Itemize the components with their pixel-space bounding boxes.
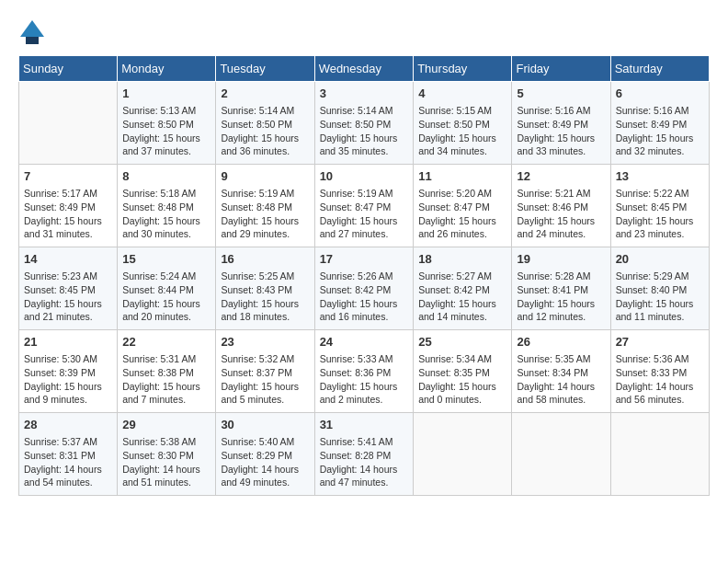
day-info: Sunrise: 5:23 AM bbox=[24, 270, 112, 283]
day-number: 1 bbox=[122, 86, 210, 102]
day-info: Sunrise: 5:36 AM bbox=[616, 352, 704, 366]
day-info: Sunrise: 5:15 AM bbox=[418, 104, 506, 118]
day-info: Sunset: 8:38 PM bbox=[122, 366, 210, 380]
column-header-saturday: Saturday bbox=[610, 56, 709, 82]
day-info: Daylight: 15 hours and 37 minutes. bbox=[122, 132, 210, 158]
day-info: Sunset: 8:45 PM bbox=[24, 283, 112, 297]
day-number: 24 bbox=[320, 334, 409, 350]
page-header bbox=[18, 18, 710, 46]
day-number: 16 bbox=[221, 251, 309, 268]
day-cell: 28Sunrise: 5:37 AMSunset: 8:31 PMDayligh… bbox=[19, 413, 118, 496]
column-header-wednesday: Wednesday bbox=[314, 56, 414, 82]
week-row-2: 7Sunrise: 5:17 AMSunset: 8:49 PMDaylight… bbox=[19, 165, 710, 247]
day-cell: 9Sunrise: 5:19 AMSunset: 8:48 PMDaylight… bbox=[216, 165, 314, 247]
day-info: Daylight: 15 hours and 12 minutes. bbox=[517, 297, 605, 324]
day-number: 23 bbox=[221, 334, 309, 350]
day-info: Sunrise: 5:14 AM bbox=[320, 104, 409, 118]
day-info: Sunset: 8:41 PM bbox=[517, 283, 605, 297]
day-info: Daylight: 15 hours and 32 minutes. bbox=[616, 132, 704, 158]
day-info: Sunrise: 5:32 AM bbox=[221, 352, 309, 366]
day-number: 13 bbox=[616, 168, 704, 185]
day-cell: 19Sunrise: 5:28 AMSunset: 8:41 PMDayligh… bbox=[512, 247, 610, 330]
day-info: Sunrise: 5:37 AM bbox=[24, 435, 112, 449]
day-info: Sunrise: 5:41 AM bbox=[320, 435, 409, 449]
day-number: 30 bbox=[221, 417, 309, 433]
day-number: 5 bbox=[517, 86, 605, 102]
day-number: 31 bbox=[320, 417, 409, 433]
day-info: Sunrise: 5:21 AM bbox=[517, 187, 605, 201]
day-info: Daylight: 14 hours and 49 minutes. bbox=[221, 463, 309, 489]
day-number: 6 bbox=[616, 86, 704, 102]
day-info: Sunrise: 5:30 AM bbox=[24, 352, 112, 366]
day-info: Sunset: 8:44 PM bbox=[122, 283, 210, 297]
day-info: Sunset: 8:48 PM bbox=[122, 201, 210, 214]
column-header-friday: Friday bbox=[512, 56, 610, 82]
day-info: Sunset: 8:29 PM bbox=[221, 449, 309, 463]
day-cell bbox=[19, 82, 118, 165]
day-number: 3 bbox=[320, 86, 409, 102]
day-number: 18 bbox=[418, 251, 506, 268]
day-cell: 13Sunrise: 5:22 AMSunset: 8:45 PMDayligh… bbox=[610, 165, 709, 247]
week-row-4: 21Sunrise: 5:30 AMSunset: 8:39 PMDayligh… bbox=[19, 330, 710, 413]
day-number: 15 bbox=[122, 251, 210, 268]
day-number: 25 bbox=[418, 334, 506, 350]
day-info: Daylight: 15 hours and 34 minutes. bbox=[418, 132, 506, 158]
day-cell: 17Sunrise: 5:26 AMSunset: 8:42 PMDayligh… bbox=[314, 247, 414, 330]
day-info: Sunset: 8:50 PM bbox=[122, 118, 210, 132]
day-info: Daylight: 15 hours and 29 minutes. bbox=[221, 214, 309, 241]
day-info: Daylight: 15 hours and 24 minutes. bbox=[517, 214, 605, 241]
day-info: Sunset: 8:49 PM bbox=[517, 118, 605, 132]
day-info: Daylight: 15 hours and 11 minutes. bbox=[616, 297, 704, 324]
calendar-table: SundayMondayTuesdayWednesdayThursdayFrid… bbox=[18, 55, 710, 496]
day-cell: 14Sunrise: 5:23 AMSunset: 8:45 PMDayligh… bbox=[19, 247, 118, 330]
day-info: Sunrise: 5:31 AM bbox=[122, 352, 210, 366]
day-number: 27 bbox=[616, 334, 704, 350]
day-info: Sunset: 8:33 PM bbox=[616, 366, 704, 380]
day-info: Sunset: 8:36 PM bbox=[320, 366, 409, 380]
day-info: Daylight: 15 hours and 16 minutes. bbox=[320, 297, 409, 324]
day-info: Sunrise: 5:18 AM bbox=[122, 187, 210, 201]
day-cell: 16Sunrise: 5:25 AMSunset: 8:43 PMDayligh… bbox=[216, 247, 314, 330]
day-info: Sunrise: 5:27 AM bbox=[418, 270, 506, 283]
day-info: Daylight: 15 hours and 2 minutes. bbox=[320, 380, 409, 407]
day-number: 21 bbox=[24, 334, 112, 350]
day-info: Sunrise: 5:20 AM bbox=[418, 187, 506, 201]
day-cell: 31Sunrise: 5:41 AMSunset: 8:28 PMDayligh… bbox=[314, 413, 414, 496]
day-info: Sunset: 8:50 PM bbox=[221, 118, 309, 132]
day-info: Sunset: 8:34 PM bbox=[517, 366, 605, 380]
day-info: Sunrise: 5:14 AM bbox=[221, 104, 309, 118]
day-cell: 3Sunrise: 5:14 AMSunset: 8:50 PMDaylight… bbox=[314, 82, 414, 165]
day-info: Daylight: 15 hours and 21 minutes. bbox=[24, 297, 112, 324]
day-info: Sunrise: 5:38 AM bbox=[122, 435, 210, 449]
day-info: Sunset: 8:40 PM bbox=[616, 283, 704, 297]
day-info: Daylight: 15 hours and 7 minutes. bbox=[122, 380, 210, 407]
day-info: Sunset: 8:50 PM bbox=[320, 118, 409, 132]
day-info: Sunrise: 5:19 AM bbox=[320, 187, 409, 201]
day-info: Sunset: 8:48 PM bbox=[221, 201, 309, 214]
day-info: Daylight: 15 hours and 20 minutes. bbox=[122, 297, 210, 324]
day-info: Sunset: 8:49 PM bbox=[24, 201, 112, 214]
day-info: Sunrise: 5:19 AM bbox=[221, 187, 309, 201]
day-info: Daylight: 15 hours and 9 minutes. bbox=[24, 380, 112, 407]
day-info: Daylight: 15 hours and 30 minutes. bbox=[122, 214, 210, 241]
day-number: 2 bbox=[221, 86, 309, 102]
day-cell: 22Sunrise: 5:31 AMSunset: 8:38 PMDayligh… bbox=[118, 330, 216, 413]
column-header-tuesday: Tuesday bbox=[216, 56, 314, 82]
day-info: Sunset: 8:35 PM bbox=[418, 366, 506, 380]
day-number: 28 bbox=[24, 417, 112, 433]
day-cell: 11Sunrise: 5:20 AMSunset: 8:47 PMDayligh… bbox=[414, 165, 512, 247]
logo bbox=[18, 18, 50, 46]
day-info: Sunset: 8:31 PM bbox=[24, 449, 112, 463]
day-info: Sunset: 8:42 PM bbox=[418, 283, 506, 297]
column-header-monday: Monday bbox=[118, 56, 216, 82]
day-info: Sunset: 8:49 PM bbox=[616, 118, 704, 132]
day-number: 9 bbox=[221, 168, 309, 185]
day-info: Daylight: 14 hours and 56 minutes. bbox=[616, 380, 704, 407]
day-number: 4 bbox=[418, 86, 506, 102]
day-cell: 27Sunrise: 5:36 AMSunset: 8:33 PMDayligh… bbox=[610, 330, 709, 413]
day-info: Sunrise: 5:40 AM bbox=[221, 435, 309, 449]
day-number: 26 bbox=[517, 334, 605, 350]
day-cell: 10Sunrise: 5:19 AMSunset: 8:47 PMDayligh… bbox=[314, 165, 414, 247]
day-info: Sunset: 8:37 PM bbox=[221, 366, 309, 380]
day-number: 20 bbox=[616, 251, 704, 268]
